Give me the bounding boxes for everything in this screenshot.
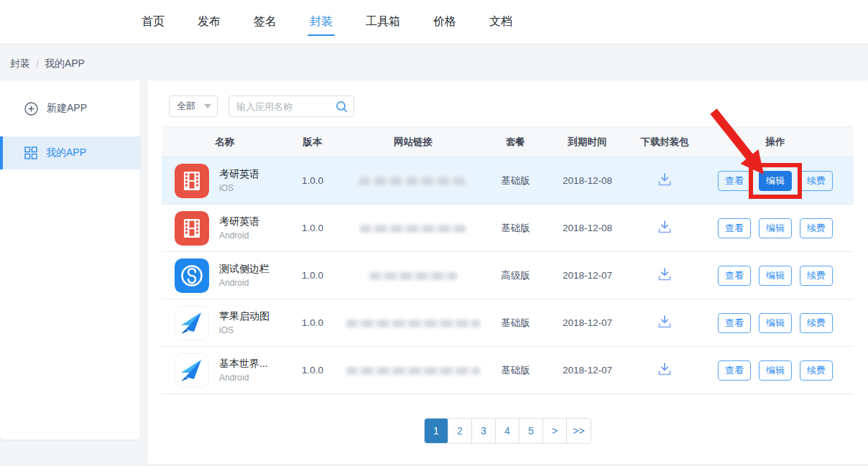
grid-icon (24, 146, 37, 159)
nav-item-3[interactable]: 封装 (310, 0, 333, 44)
page-button-3[interactable]: 3 (472, 419, 496, 443)
download-icon (657, 314, 673, 329)
app-name-cell: 苹果启动图 iOS (162, 306, 287, 340)
website-link-cell (338, 365, 489, 376)
sidebar-item-label: 我的APP (46, 146, 86, 159)
annotation-red-box: 编辑 (749, 163, 802, 199)
nav-item-2[interactable]: 签名 (254, 0, 277, 44)
expiry-cell: 2018-12-07 (542, 317, 632, 328)
table-header: 名称 版本 网站链接 套餐 到期时间 下载封装包 操作 (162, 126, 854, 157)
download-button[interactable] (657, 172, 673, 187)
sidebar-item-label: 新建APP (47, 102, 87, 115)
app-name-cell: 考研英语 Android (162, 211, 287, 246)
nav-item-4[interactable]: 工具箱 (366, 0, 400, 44)
expiry-cell: 2018-12-08 (542, 175, 632, 186)
app-name: 测试侧边栏 (219, 263, 269, 276)
expiry-cell: 2018-12-08 (542, 223, 632, 233)
expiry-cell: 2018-12-07 (542, 365, 632, 376)
masked-url (360, 225, 466, 233)
edit-button[interactable]: 编辑 (759, 360, 792, 381)
actions-cell: 查看 编辑 续费 (697, 313, 854, 333)
view-button[interactable]: 查看 (718, 171, 751, 191)
masked-url (369, 272, 457, 280)
website-link-cell (338, 270, 489, 281)
masked-url (346, 367, 480, 375)
column-header-name: 名称 (162, 136, 287, 149)
package-cell: 基础版 (489, 364, 542, 377)
column-header-url: 网站链接 (338, 136, 489, 149)
app-platform: Android (219, 373, 268, 383)
table-row: 考研英语 Android 1.0.0 基础版 2018-12-08 查看 编辑 … (162, 205, 854, 252)
expiry-cell: 2018-12-07 (542, 270, 632, 281)
renew-button[interactable]: 续费 (800, 266, 833, 286)
app-name: 苹果启动图 (219, 310, 269, 323)
package-cell: 基础版 (489, 174, 542, 187)
nav-item-1[interactable]: 发布 (198, 0, 221, 44)
view-button[interactable]: 查看 (718, 218, 751, 238)
page-button-5[interactable]: 5 (520, 419, 543, 443)
download-button[interactable] (657, 314, 673, 329)
download-button[interactable] (657, 267, 673, 281)
paper-bird-app-icon (175, 353, 209, 388)
page-button-2[interactable]: 2 (448, 419, 472, 443)
app-platform: Android (219, 278, 269, 288)
actions-cell: 查看 编辑 续费 (697, 360, 854, 381)
edit-button[interactable]: 编辑 (759, 266, 792, 286)
actions-cell: 查看 编辑 续费 (697, 171, 854, 191)
apps-table: 名称 版本 网站链接 套餐 到期时间 下载封装包 操作 考研英语 iOS (162, 126, 854, 394)
search-box (228, 95, 354, 117)
actions-cell: 查看 编辑 续费 (697, 266, 854, 286)
table-row: 苹果启动图 iOS 1.0.0 基础版 2018-12-07 查看 编辑 续费 (162, 299, 854, 347)
last-page-button[interactable]: >> (567, 419, 591, 443)
download-icon (657, 220, 673, 234)
search-input[interactable] (236, 101, 336, 112)
app-platform: Android (219, 230, 259, 241)
nav-item-0[interactable]: 首页 (142, 0, 165, 44)
app-platform: iOS (219, 325, 269, 335)
sidebar-item-new-app[interactable]: 新建APP (0, 92, 140, 125)
version-cell: 1.0.0 (287, 270, 338, 281)
pagination-wrap: 12345>>> (147, 418, 868, 444)
package-cell: 基础版 (489, 222, 542, 235)
view-button[interactable]: 查看 (718, 360, 751, 381)
page-button-4[interactable]: 4 (496, 419, 520, 443)
next-page-button[interactable]: > (543, 419, 567, 443)
app-name: 考研英语 (219, 168, 259, 181)
renew-button[interactable]: 续费 (800, 313, 833, 333)
page-button-1[interactable]: 1 (425, 419, 448, 443)
breadcrumb-section[interactable]: 封装 (10, 57, 30, 70)
view-button[interactable]: 查看 (718, 266, 751, 286)
search-icon[interactable] (336, 101, 348, 113)
edit-button[interactable]: 编辑 (759, 218, 792, 238)
website-link-cell (338, 317, 489, 328)
column-header-package: 套餐 (489, 136, 542, 149)
app-name-cell: 考研英语 iOS (162, 164, 287, 198)
renew-button[interactable]: 续费 (800, 360, 833, 381)
view-button[interactable]: 查看 (718, 313, 751, 333)
column-header-download: 下载封装包 (632, 136, 697, 149)
version-cell: 1.0.0 (287, 175, 338, 186)
category-select[interactable]: 全部 (169, 95, 218, 117)
edit-button[interactable]: 编辑 (759, 313, 792, 333)
download-button[interactable] (657, 220, 673, 234)
sidebar: 新建APP 我的APP (0, 80, 140, 439)
website-link-cell (338, 175, 489, 186)
app-name: 考研英语 (219, 215, 259, 228)
filter-bar: 全部 (169, 95, 354, 117)
masked-url (359, 177, 467, 185)
app-name-cell: 基本世界... Android (162, 353, 287, 388)
table-row: 基本世界... Android 1.0.0 基础版 2018-12-07 查看 … (162, 347, 854, 394)
top-nav: 首页发布签名封装工具箱价格文档 (0, 0, 868, 45)
renew-button[interactable]: 续费 (800, 218, 833, 238)
download-icon (657, 267, 673, 281)
edit-button[interactable]: 编辑 (759, 171, 792, 191)
sidebar-item-my-app[interactable]: 我的APP (0, 136, 140, 169)
website-link-cell (338, 223, 489, 233)
nav-item-5[interactable]: 价格 (433, 0, 456, 44)
nav-item-6[interactable]: 文档 (489, 0, 512, 44)
app-platform: iOS (219, 183, 259, 193)
s-circle-app-icon (175, 258, 209, 293)
download-button[interactable] (657, 362, 673, 376)
main-content: 全部 名称 版本 网站链接 套餐 到期时间 下载封装包 操作 (147, 80, 868, 464)
renew-button[interactable]: 续费 (800, 171, 833, 191)
